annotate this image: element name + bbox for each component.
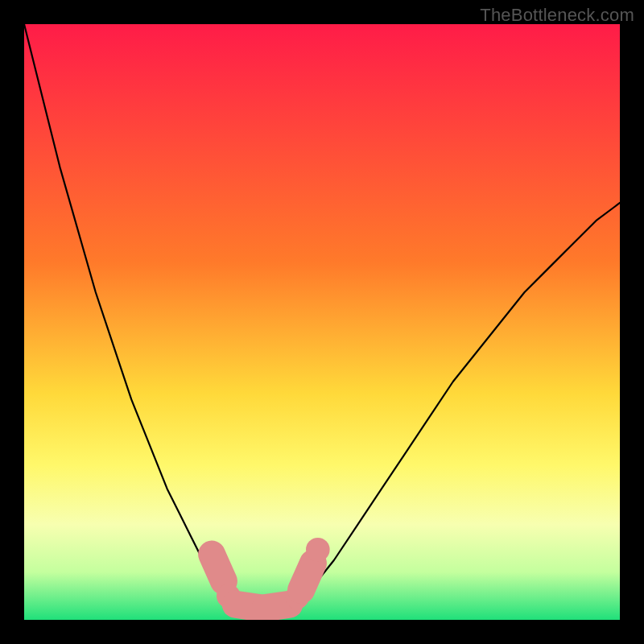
bottleneck-curve-chart [24, 24, 620, 620]
marker-pill [266, 605, 290, 608]
plot-area [24, 24, 620, 620]
watermark-text: TheBottleneck.com [480, 5, 634, 26]
gradient-background [24, 24, 620, 620]
marker-dot [306, 538, 330, 562]
marker-pill [212, 555, 224, 581]
chart-frame: TheBottleneck.com [0, 0, 644, 644]
marker-pill [301, 564, 313, 590]
